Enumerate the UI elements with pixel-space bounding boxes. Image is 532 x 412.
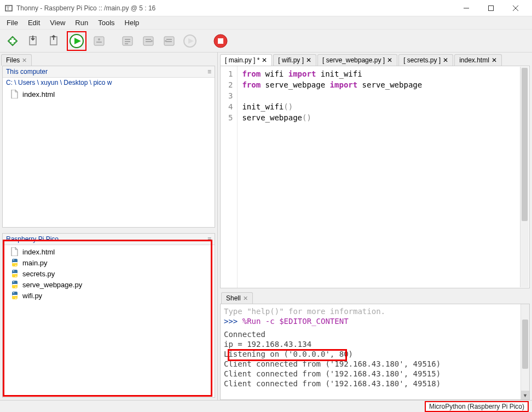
editor-tab[interactable]: [ main.py ] *✕ (220, 54, 272, 66)
file-name: index.html (22, 248, 55, 256)
scroll-down-icon[interactable]: ▾ (521, 391, 529, 399)
device-files-header: Raspberry Pi Pico ≡ (3, 234, 215, 245)
shell-scrollbar[interactable]: ▾ (521, 304, 529, 399)
close-button[interactable] (503, 1, 528, 16)
svg-point-29 (15, 265, 16, 266)
python-icon (10, 291, 19, 300)
shell-line: Client connected from ('192.168.43.180',… (224, 379, 526, 388)
run-button[interactable] (67, 31, 86, 51)
list-item[interactable]: serve_webpage.py (5, 279, 212, 290)
step-over-button[interactable] (119, 33, 136, 49)
line-gutter: 12345 (221, 66, 238, 288)
python-icon (10, 258, 19, 267)
shell-line: Connected (224, 329, 526, 339)
menu-file[interactable]: File (2, 18, 22, 28)
editor-tab[interactable]: [ wifi.py ]✕ (273, 54, 316, 66)
shell-output[interactable]: Type "help()" for more information. >>> … (220, 304, 530, 400)
editor-tab-label: [ secrets.py ] (403, 56, 441, 64)
local-files-title: This computer (6, 68, 48, 76)
window-title: Thonny - Raspberry Pi Pico :: /main.py @… (16, 4, 454, 12)
svg-rect-19 (146, 39, 151, 40)
device-file-list: index.htmlmain.pysecrets.pyserve_webpage… (3, 245, 215, 397)
files-tab-label: Files (6, 56, 20, 64)
editor-tab[interactable]: [ serve_webpage.py ]✕ (317, 54, 397, 66)
code-editor[interactable]: 12345 from wifi import init_wifi from se… (220, 66, 530, 288)
svg-point-33 (15, 287, 16, 288)
editor-tab[interactable]: index.html✕ (454, 54, 502, 66)
file-name: index.html (22, 90, 55, 98)
close-icon[interactable]: ✕ (306, 56, 311, 64)
svg-rect-13 (96, 42, 102, 43)
debug-button[interactable] (91, 33, 107, 49)
file-icon (10, 247, 19, 256)
device-files-title: Raspberry Pi Pico (6, 235, 59, 243)
svg-rect-23 (166, 41, 172, 42)
shell-line: Client connected from ('192.168.43.180',… (224, 359, 526, 369)
editor-tabs: [ main.py ] *✕[ wifi.py ]✕[ serve_webpag… (218, 53, 532, 66)
list-item[interactable]: secrets.py (5, 268, 212, 279)
editor-scrollbar[interactable] (520, 67, 529, 287)
svg-point-12 (98, 38, 100, 40)
titlebar: T Thonny - Raspberry Pi Pico :: /main.py… (0, 0, 532, 16)
list-item[interactable]: index.html (5, 246, 212, 257)
files-tab[interactable]: Files ✕ (1, 54, 32, 66)
menu-help[interactable]: Help (120, 18, 144, 28)
shell-prompt: >>> (224, 317, 242, 326)
file-icon (10, 90, 19, 98)
list-item[interactable]: index.html (5, 89, 212, 100)
menubar: File Edit View Run Tools Help (0, 16, 532, 30)
shell-line: Client connected from ('192.168.43.180',… (224, 369, 526, 379)
svg-rect-17 (125, 43, 128, 44)
svg-rect-8 (10, 40, 15, 42)
svg-rect-22 (166, 39, 172, 40)
editor-tab-label: [ main.py ] * (225, 56, 259, 64)
maximize-button[interactable] (478, 1, 503, 16)
close-icon[interactable]: ✕ (22, 57, 27, 64)
svg-rect-15 (125, 39, 130, 40)
list-item[interactable]: main.py (5, 257, 212, 268)
svg-point-35 (15, 298, 16, 299)
editor-tab-label: [ wifi.py ] (278, 56, 304, 64)
shell-hint: Type "help()" for more information. (224, 306, 526, 316)
code-content: from wifi import init_wifi from serve_we… (238, 66, 529, 288)
step-out-button[interactable] (161, 33, 177, 49)
close-icon[interactable]: ✕ (491, 56, 497, 64)
list-item[interactable]: wifi.py (5, 290, 212, 301)
resume-button[interactable] (182, 33, 198, 49)
shell-line: Listening on ('0.0.0.0', 80) (224, 349, 526, 359)
menu-run[interactable]: Run (71, 18, 92, 28)
backend-selector[interactable]: MicroPython (Raspberry Pi Pico) (425, 401, 529, 412)
close-icon[interactable]: ✕ (262, 56, 267, 64)
minimize-button[interactable] (454, 1, 478, 16)
close-icon[interactable]: ✕ (387, 56, 392, 64)
open-file-button[interactable] (25, 33, 42, 49)
app-icon: T (4, 4, 13, 13)
shell-line: ip = 192.168.43.134 (224, 339, 526, 349)
stop-button[interactable] (212, 33, 229, 49)
new-file-button[interactable] (4, 33, 21, 49)
local-file-list: index.html (3, 88, 215, 227)
menu-tools[interactable]: Tools (94, 18, 119, 28)
breadcrumb[interactable]: C: \ Users \ xuyun \ Desktop \ pico w (3, 78, 215, 88)
python-icon (10, 280, 19, 289)
file-name: secrets.py (22, 270, 55, 278)
shell-tab[interactable]: Shell ✕ (221, 292, 253, 304)
left-column: Files ✕ This computer ≡ C: \ Users \ xuy… (0, 53, 218, 400)
save-file-button[interactable] (46, 33, 62, 49)
svg-rect-27 (218, 38, 223, 44)
close-icon[interactable]: ✕ (243, 295, 248, 302)
close-icon[interactable]: ✕ (443, 56, 448, 64)
svg-point-28 (13, 259, 14, 260)
editor-tab[interactable]: [ secrets.py ]✕ (398, 54, 453, 66)
menu-view[interactable]: View (45, 18, 70, 28)
panel-menu-icon[interactable]: ≡ (207, 68, 211, 76)
svg-point-30 (13, 270, 14, 271)
toolbar (0, 30, 532, 53)
file-name: main.py (22, 259, 48, 267)
shell-tab-label: Shell (226, 294, 241, 302)
svg-text:T: T (7, 5, 10, 11)
editor-tab-label: [ serve_webpage.py ] (322, 56, 385, 64)
menu-edit[interactable]: Edit (24, 18, 44, 28)
step-into-button[interactable] (140, 33, 157, 49)
panel-menu-icon[interactable]: ≡ (207, 235, 211, 243)
